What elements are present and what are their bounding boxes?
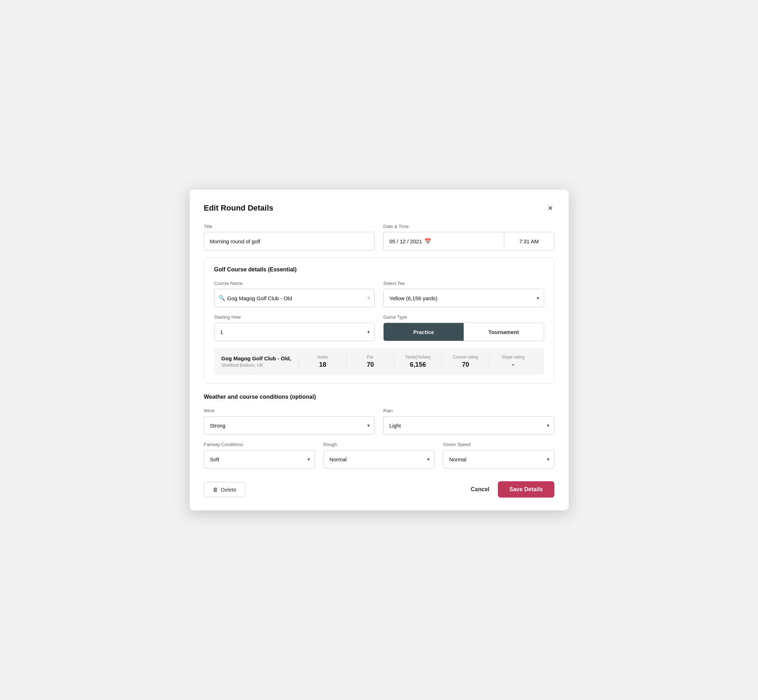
footer-right: Cancel Save Details <box>471 481 554 498</box>
slope-rating-label: Slope rating <box>494 355 533 359</box>
game-type-toggle: Practice Tournament <box>383 323 544 341</box>
par-label: Par <box>351 355 390 359</box>
datetime-group: Date & Time 05 / 12 / 2021 📅 7:31 AM <box>383 224 554 250</box>
rough-label: Rough <box>324 442 434 447</box>
rough-select-wrap: Normal Soft Hard ▾ <box>324 450 434 469</box>
select-tee-group: Select Tee Yellow (6,156 yards) ▾ <box>383 281 544 307</box>
wind-group: Wind Strong Calm Light Moderate Very Str… <box>204 408 375 434</box>
title-group: Title <box>204 224 375 250</box>
title-label: Title <box>204 224 375 229</box>
green-speed-select-wrap: Normal Slow Fast ▾ <box>443 450 554 469</box>
conditions-row: Fairway Conditions Soft Normal Hard ▾ Ro… <box>204 442 554 469</box>
course-name-cell: Gog Magog Golf Club - Old, Shelford Bott… <box>221 355 299 368</box>
course-rating-value: 70 <box>446 361 485 369</box>
rain-label: Rain <box>383 408 554 413</box>
rain-dropdown[interactable]: Light None Moderate Heavy <box>383 416 554 434</box>
cancel-button[interactable]: Cancel <box>471 486 489 493</box>
wind-label: Wind <box>204 408 375 413</box>
fairway-group: Fairway Conditions Soft Normal Hard ▾ <box>204 442 315 469</box>
yards-label: Yards(Yellow) <box>399 355 437 359</box>
select-tee-dropdown[interactable]: Yellow (6,156 yards) <box>383 289 544 307</box>
select-tee-wrap: Yellow (6,156 yards) ▾ <box>383 289 544 307</box>
rain-group: Rain Light None Moderate Heavy ▾ <box>383 408 554 434</box>
course-name-search-wrap: 🔍 × <box>214 289 375 307</box>
date-part[interactable]: 05 / 12 / 2021 📅 <box>384 232 504 250</box>
search-icon: 🔍 <box>219 295 225 301</box>
wind-dropdown[interactable]: Strong Calm Light Moderate Very Strong <box>204 416 375 434</box>
green-speed-dropdown[interactable]: Normal Slow Fast <box>443 450 554 469</box>
golf-course-title: Golf Course details (Essential) <box>214 266 544 273</box>
holes-stat: Holes 18 <box>299 355 346 369</box>
course-rating-label: Course rating <box>446 355 485 359</box>
practice-button[interactable]: Practice <box>384 323 464 341</box>
rough-dropdown[interactable]: Normal Soft Hard <box>324 450 434 469</box>
course-name-group: Course Name 🔍 × <box>214 281 375 307</box>
rough-group: Rough Normal Soft Hard ▾ <box>324 442 434 469</box>
starting-hole-wrap: 1 ▾ <box>214 323 375 341</box>
course-name-input[interactable] <box>214 289 375 307</box>
fairway-select-wrap: Soft Normal Hard ▾ <box>204 450 315 469</box>
weather-section: Weather and course conditions (optional)… <box>204 394 554 469</box>
game-type-group: Game Type Practice Tournament <box>383 314 544 341</box>
time-part[interactable]: 7:31 AM <box>504 232 554 250</box>
datetime-label: Date & Time <box>383 224 554 229</box>
fairway-dropdown[interactable]: Soft Normal Hard <box>204 450 315 469</box>
title-input[interactable] <box>204 232 375 250</box>
delete-button[interactable]: 🗑 Delete <box>204 482 245 497</box>
datetime-row: 05 / 12 / 2021 📅 7:31 AM <box>383 232 554 250</box>
footer-row: 🗑 Delete Cancel Save Details <box>204 478 554 498</box>
wind-select-wrap: Strong Calm Light Moderate Very Strong ▾ <box>204 416 375 434</box>
course-full-name: Gog Magog Golf Club - Old, <box>221 355 299 361</box>
trash-icon: 🗑 <box>213 487 218 493</box>
par-value: 70 <box>351 361 390 369</box>
date-value: 05 / 12 / 2021 <box>389 238 422 244</box>
course-tee-row: Course Name 🔍 × Select Tee Yellow (6,156… <box>214 281 544 307</box>
yards-value: 6,156 <box>399 361 437 369</box>
select-tee-label: Select Tee <box>383 281 544 286</box>
modal-title: Edit Round Details <box>204 203 274 213</box>
edit-round-modal: Edit Round Details × Title Date & Time 0… <box>190 189 568 511</box>
green-speed-group: Green Speed Normal Slow Fast ▾ <box>443 442 554 469</box>
game-type-label: Game Type <box>383 314 544 320</box>
save-button[interactable]: Save Details <box>498 481 554 498</box>
weather-section-title: Weather and course conditions (optional) <box>204 394 554 400</box>
clear-icon[interactable]: × <box>367 295 370 301</box>
hole-gametype-row: Starting Hole 1 ▾ Game Type Practice Tou… <box>214 314 544 341</box>
title-datetime-row: Title Date & Time 05 / 12 / 2021 📅 7:31 … <box>204 224 554 250</box>
course-rating-stat: Course rating 70 <box>442 355 489 369</box>
holes-value: 18 <box>303 361 342 369</box>
fairway-label: Fairway Conditions <box>204 442 315 447</box>
wind-rain-row: Wind Strong Calm Light Moderate Very Str… <box>204 408 554 434</box>
slope-rating-value: - <box>494 361 533 369</box>
calendar-icon: 📅 <box>424 238 431 245</box>
rain-select-wrap: Light None Moderate Heavy ▾ <box>383 416 554 434</box>
holes-label: Holes <box>303 355 342 359</box>
par-stat: Par 70 <box>346 355 394 369</box>
close-button[interactable]: × <box>546 202 554 214</box>
slope-rating-stat: Slope rating - <box>489 355 537 369</box>
time-value: 7:31 AM <box>519 238 539 244</box>
golf-course-section: Golf Course details (Essential) Course N… <box>204 258 554 384</box>
course-info-row: Gog Magog Golf Club - Old, Shelford Bott… <box>214 348 544 375</box>
starting-hole-group: Starting Hole 1 ▾ <box>214 314 375 341</box>
green-speed-label: Green Speed <box>443 442 554 447</box>
tournament-button[interactable]: Tournament <box>464 323 544 341</box>
course-name-label: Course Name <box>214 281 375 286</box>
delete-label: Delete <box>221 487 236 493</box>
starting-hole-label: Starting Hole <box>214 314 375 320</box>
yards-stat: Yards(Yellow) 6,156 <box>394 355 442 369</box>
modal-header: Edit Round Details × <box>204 202 554 214</box>
course-location: Shelford Bottom, UK <box>221 362 299 368</box>
starting-hole-dropdown[interactable]: 1 <box>214 323 375 341</box>
